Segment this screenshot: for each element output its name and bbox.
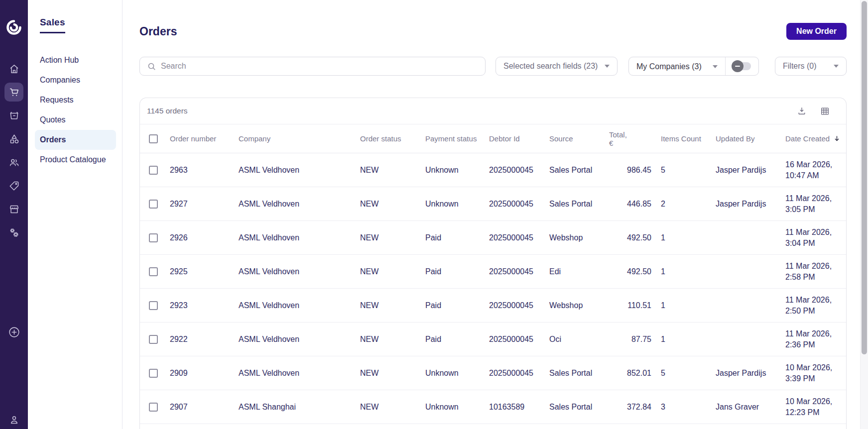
table-row[interactable]: 2923 ASML Veldhoven NEW Paid 2025000045 …	[140, 289, 846, 322]
products-box-icon[interactable]	[4, 106, 23, 125]
cart-icon[interactable]	[4, 83, 23, 102]
cell-payment-status: Paid	[425, 335, 489, 344]
select-all-checkbox[interactable]	[149, 134, 158, 143]
col-order-number[interactable]: Order number	[170, 134, 239, 143]
cell-debtor-id: 2025000045	[489, 200, 549, 209]
table-row[interactable]: 2909 ASML Veldhoven NEW Unknown 20250000…	[140, 356, 846, 390]
row-checkbox[interactable]	[149, 403, 158, 412]
cell-total: 372.84	[609, 403, 651, 412]
col-payment-status[interactable]: Payment status	[425, 134, 489, 143]
cell-order-number: 2922	[170, 335, 239, 344]
cell-order-status: NEW	[360, 267, 425, 276]
chevron-down-icon	[713, 65, 718, 68]
row-checkbox[interactable]	[149, 166, 158, 175]
sidebar-item-requests[interactable]: Requests	[28, 90, 122, 110]
table-row[interactable]: 2963 ASML Veldhoven NEW Unknown 20250000…	[140, 153, 846, 187]
scrollbar-thumb[interactable]	[862, 1, 867, 354]
cell-total: 986.45	[609, 166, 651, 175]
page-header: Orders New Order	[139, 23, 847, 40]
chevron-down-icon	[605, 65, 610, 68]
filters-dropdown[interactable]: Filters (0)	[775, 57, 847, 76]
cell-debtor-id: 2025000045	[489, 166, 549, 175]
rail-nav	[4, 59, 23, 246]
sidebar-item-action-hub[interactable]: Action Hub	[28, 50, 122, 70]
storefront-icon[interactable]	[4, 200, 23, 218]
table-row[interactable]: 2925 ASML Veldhoven NEW Paid 2025000045 …	[140, 255, 846, 289]
toggle-knob-minus-icon	[732, 60, 744, 72]
cell-company: ASML Veldhoven	[239, 335, 360, 344]
row-checkbox[interactable]	[149, 335, 158, 344]
page-scrollbar[interactable]	[860, 0, 868, 429]
col-company[interactable]: Company	[239, 134, 360, 143]
settings-gears-icon[interactable]	[4, 223, 23, 242]
row-checkbox[interactable]	[149, 301, 158, 310]
col-total[interactable]: Total, €	[609, 130, 651, 147]
col-source[interactable]: Source	[549, 134, 609, 143]
cell-order-number: 2963	[170, 166, 239, 175]
col-updated-by[interactable]: Updated By	[716, 134, 785, 143]
row-checkbox[interactable]	[149, 369, 158, 378]
table-actions	[797, 106, 830, 116]
row-checkbox[interactable]	[149, 200, 158, 209]
companies-toggle[interactable]	[725, 57, 758, 75]
plus-circle-icon[interactable]	[4, 322, 23, 341]
cell-order-status: NEW	[360, 200, 425, 209]
cell-items-count: 5	[651, 166, 716, 175]
cell-items-count: 1	[651, 267, 716, 276]
table-toolbar: 1145 orders	[140, 98, 846, 124]
cell-payment-status: Unknown	[425, 369, 489, 378]
search-box[interactable]	[139, 57, 486, 76]
cell-payment-status: Unknown	[425, 403, 489, 412]
table-row[interactable]: 2927 ASML Veldhoven NEW Unknown 20250000…	[140, 187, 846, 221]
toolbar: Selected search fields (23) My Companies…	[139, 57, 847, 76]
sidebar-item-companies[interactable]: Companies	[28, 70, 122, 90]
cell-total: 110.51	[609, 301, 651, 310]
cell-total: 852.01	[609, 369, 651, 378]
chevron-down-icon	[834, 65, 839, 68]
cell-payment-status: Unknown	[425, 200, 489, 209]
orders-table-card: 1145 orders Order number Company Order s…	[139, 98, 847, 429]
sort-desc-arrow-icon[interactable]	[833, 135, 841, 142]
download-icon[interactable]	[797, 106, 807, 116]
table-row[interactable]: 2926 ASML Veldhoven NEW Paid 2025000045 …	[140, 221, 846, 255]
category-icon[interactable]	[4, 129, 23, 148]
customers-icon[interactable]	[4, 153, 23, 172]
cell-date-created: 11 Mar 2026, 2:58 PM	[785, 261, 846, 283]
col-order-status[interactable]: Order status	[360, 134, 425, 143]
cell-order-status: NEW	[360, 233, 425, 242]
table-row[interactable]: 2907 ASML Shanghai NEW Unknown 10163589 …	[140, 390, 846, 424]
new-order-button[interactable]: New Order	[786, 23, 847, 40]
col-items-count[interactable]: Items Count	[651, 134, 716, 143]
module-sidebar: Sales Action Hub Companies Requests Quot…	[28, 0, 123, 429]
home-icon[interactable]	[4, 59, 23, 78]
row-checkbox[interactable]	[149, 233, 158, 242]
cell-updated-by: Jans Graver	[716, 403, 785, 412]
sidebar-item-quotes[interactable]: Quotes	[28, 110, 122, 130]
table-row[interactable]: 2922 ASML Veldhoven NEW Paid 2025000045 …	[140, 322, 846, 356]
cell-debtor-id: 2025000045	[489, 369, 549, 378]
cell-company: ASML Shanghai	[239, 403, 360, 412]
app-logo[interactable]	[5, 19, 22, 35]
cell-order-status: NEW	[360, 403, 425, 412]
search-input[interactable]	[161, 62, 478, 71]
cell-date-created: 11 Mar 2026, 3:04 PM	[785, 227, 846, 249]
my-companies-dropdown[interactable]: My Companies (3)	[629, 57, 725, 76]
col-debtor-id[interactable]: Debtor Id	[489, 134, 549, 143]
cell-order-number: 2909	[170, 369, 239, 378]
cell-company: ASML Veldhoven	[239, 267, 360, 276]
col-date-created[interactable]: Date Created	[785, 134, 846, 143]
cell-source: Sales Portal	[549, 166, 609, 175]
cell-debtor-id: 2025000045	[489, 267, 549, 276]
cell-order-status: NEW	[360, 335, 425, 344]
tag-icon[interactable]	[4, 176, 23, 195]
cell-order-number: 2923	[170, 301, 239, 310]
table-columns-grid-icon[interactable]	[820, 106, 830, 116]
account-person-icon[interactable]	[4, 411, 23, 429]
search-fields-dropdown[interactable]: Selected search fields (23)	[496, 57, 618, 76]
cell-company: ASML Veldhoven	[239, 301, 360, 310]
cell-date-created: 10 Mar 2026, 12:23 PM	[785, 396, 846, 418]
sidebar-item-product-catalogue[interactable]: Product Catalogue	[28, 150, 122, 170]
sidebar-item-orders[interactable]: Orders	[35, 130, 116, 150]
cell-date-created: 11 Mar 2026, 2:36 PM	[785, 328, 846, 350]
row-checkbox[interactable]	[149, 267, 158, 276]
